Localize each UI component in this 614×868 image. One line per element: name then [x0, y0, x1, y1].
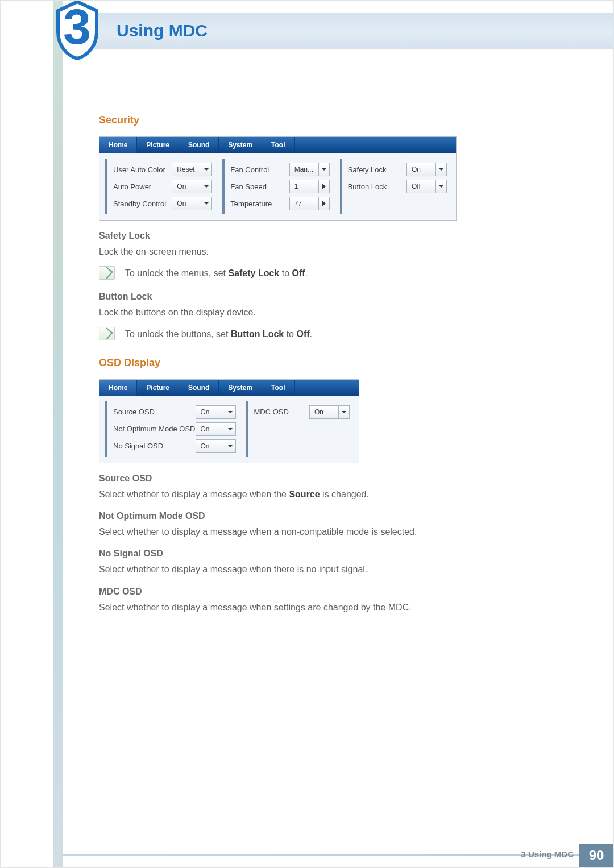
label-no-signal-osd: No Signal OSD [113, 442, 163, 450]
mdc-osd-desc: Select whether to display a message when… [99, 601, 557, 614]
no-signal-osd-desc: Select whether to display a message when… [99, 563, 557, 576]
panel-group-2: Fan Control Man... Fan Speed 1 Temperatu… [222, 159, 333, 214]
panel-tabs: Home Picture Sound System Tool [99, 380, 359, 396]
tab-system[interactable]: System [219, 137, 262, 153]
security-panel-body: User Auto Color Reset Auto Power On Stan… [99, 153, 456, 220]
chevron-right-icon [318, 180, 329, 193]
chapter-title: Using MDC [117, 21, 208, 40]
chevron-down-icon [318, 163, 329, 176]
source-osd-dropdown[interactable]: On [196, 405, 236, 419]
tab-tool[interactable]: Tool [262, 380, 294, 396]
source-osd-desc: Select whether to display a message when… [99, 488, 557, 501]
label-button-lock: Button Lock [348, 182, 387, 191]
tab-home[interactable]: Home [99, 137, 137, 153]
chevron-down-icon [225, 440, 235, 452]
chevron-down-icon [201, 163, 211, 176]
label-fan-control: Fan Control [230, 165, 269, 174]
chevron-down-icon [201, 180, 211, 193]
label-standby-control: Standby Control [113, 200, 166, 208]
standby-control-dropdown[interactable]: On [172, 197, 212, 210]
temperature-stepper[interactable]: 77 [289, 197, 330, 210]
button-lock-dropdown[interactable]: Off [406, 180, 447, 193]
sub-heading-safety-lock: Safety Lock [99, 231, 557, 241]
footer: 3 Using MDC 90 [1, 840, 613, 867]
sub-heading-not-optimum-osd: Not Optimum Mode OSD [99, 511, 557, 521]
tab-tool[interactable]: Tool [262, 137, 294, 153]
security-panel: Home Picture Sound System Tool User Auto… [99, 136, 457, 221]
sub-heading-no-signal-osd: No Signal OSD [99, 549, 557, 559]
fan-control-dropdown[interactable]: Man... [289, 163, 330, 176]
tab-sound[interactable]: Sound [179, 380, 219, 396]
label-mdc-osd: MDC OSD [254, 408, 289, 416]
chevron-down-icon [435, 180, 446, 193]
safety-lock-desc: Lock the on-screen menus. [99, 246, 557, 258]
label-fan-speed: Fan Speed [230, 182, 267, 191]
label-not-optimum-osd: Not Optimum Mode OSD [113, 425, 196, 433]
note-icon [99, 327, 115, 340]
label-source-osd: Source OSD [113, 408, 155, 416]
label-auto-power: Auto Power [113, 182, 151, 191]
label-temperature: Temperature [230, 200, 272, 208]
sub-heading-source-osd: Source OSD [99, 474, 557, 484]
chevron-down-icon [435, 163, 446, 176]
page-number: 90 [579, 844, 613, 867]
no-signal-osd-dropdown[interactable]: On [196, 439, 236, 453]
chevron-right-icon [318, 197, 329, 210]
osd-panel: Home Picture Sound System Tool Source OS… [99, 379, 359, 463]
panel-group-1: User Auto Color Reset Auto Power On Stan… [105, 159, 215, 214]
safety-lock-note: To unlock the menus, set Safety Lock to … [99, 266, 557, 281]
chevron-down-icon [225, 406, 235, 418]
button-lock-note-text: To unlock the buttons, set Button Lock t… [125, 328, 312, 340]
chevron-down-icon [338, 406, 349, 418]
osd-group-right: MDC OSD On [246, 401, 354, 457]
side-gradient-bar [53, 1, 63, 867]
tab-sound[interactable]: Sound [179, 137, 219, 153]
fan-speed-stepper[interactable]: 1 [289, 180, 330, 193]
not-optimum-osd-desc: Select whether to display a message when… [99, 526, 557, 538]
tab-picture[interactable]: Picture [137, 380, 179, 396]
chevron-down-icon [201, 197, 211, 210]
button-lock-desc: Lock the buttons on the display device. [99, 306, 557, 319]
osd-group-left: Source OSD On Not Optimum Mode OSD On No… [105, 401, 239, 457]
not-optimum-osd-dropdown[interactable]: On [196, 422, 236, 436]
button-lock-note: To unlock the buttons, set Button Lock t… [99, 327, 557, 342]
tab-home[interactable]: Home [99, 380, 137, 396]
user-auto-color-dropdown[interactable]: Reset [172, 163, 212, 176]
content-area: Security Home Picture Sound System Tool … [99, 114, 557, 622]
panel-tabs: Home Picture Sound System Tool [99, 137, 456, 153]
section-heading-osd: OSD Display [99, 357, 557, 369]
panel-group-3: Safety Lock On Button Lock Off [340, 159, 450, 214]
safety-lock-note-text: To unlock the menus, set Safety Lock to … [125, 267, 308, 280]
footer-text: 3 Using MDC [521, 849, 574, 859]
label-safety-lock: Safety Lock [348, 165, 387, 174]
chapter-number: 3 [63, 0, 91, 56]
sub-heading-button-lock: Button Lock [99, 292, 557, 302]
chapter-header: Using MDC [63, 13, 613, 49]
auto-power-dropdown[interactable]: On [172, 180, 212, 193]
tab-picture[interactable]: Picture [137, 137, 179, 153]
mdc-osd-dropdown[interactable]: On [309, 405, 350, 419]
osd-panel-body: Source OSD On Not Optimum Mode OSD On No… [99, 396, 359, 463]
page: Using MDC 3 Security Home Picture Sound … [0, 0, 614, 868]
note-icon [99, 266, 115, 280]
safety-lock-dropdown[interactable]: On [406, 163, 447, 176]
section-heading-security: Security [99, 114, 557, 126]
tab-system[interactable]: System [219, 380, 262, 396]
label-user-auto-color: User Auto Color [113, 165, 165, 174]
chevron-down-icon [225, 423, 235, 435]
sub-heading-mdc-osd: MDC OSD [99, 587, 557, 597]
